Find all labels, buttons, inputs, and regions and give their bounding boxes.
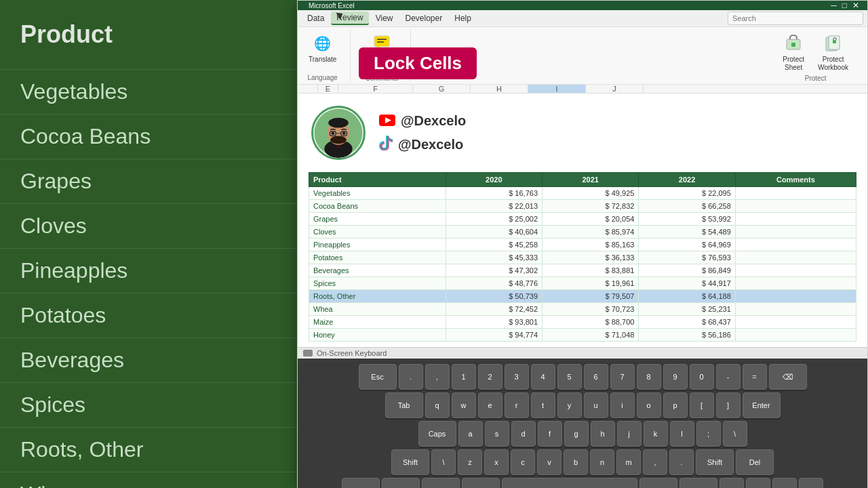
protect-sheet-button[interactable]: ProtectSheet [777,30,810,75]
cell-comments-3[interactable] [735,226,856,239]
key-h[interactable]: h [591,421,615,447]
key-w[interactable]: w [452,392,476,418]
cell-y2022-4[interactable]: $ 64,969 [639,239,735,251]
cell-product-7[interactable]: Spices [309,277,446,290]
cell-y2021-4[interactable]: $ 85,163 [542,239,639,251]
cell-comments-1[interactable] [735,200,856,213]
key-i[interactable]: i [610,392,635,418]
key-7[interactable]: 7 [610,364,635,390]
cell-y2021-2[interactable]: $ 20,054 [542,213,639,226]
key-esc[interactable]: Esc [359,364,397,390]
cell-comments-0[interactable] [735,187,856,200]
cell-product-1[interactable]: Cocoa Beans [309,200,446,213]
key-j[interactable]: j [617,421,642,447]
table-row[interactable]: Grapes$ 25,002$ 20,054$ 53,992 [309,213,856,226]
cell-y2021-0[interactable]: $ 49,925 [542,187,639,200]
cell-y2021-5[interactable]: $ 36,133 [542,251,639,264]
key-s[interactable]: s [485,421,509,447]
close-button[interactable]: ✕ [852,1,859,10]
col-header-f[interactable]: F [338,85,413,93]
table-row[interactable]: Vegetables$ 16,763$ 49,925$ 22,095 [309,187,856,200]
key-q[interactable]: q [425,392,450,418]
key-n[interactable]: n [590,449,614,475]
cell-y2020-10[interactable]: $ 93,801 [446,316,542,329]
table-row[interactable]: Honey$ 94,774$ 71,048$ 56,186 [309,329,856,342]
cell-y2020-0[interactable]: $ 16,763 [446,187,542,200]
cell-y2022-10[interactable]: $ 68,437 [639,316,735,329]
key-0[interactable]: 0 [690,364,714,390]
key-[interactable]: \ [431,449,456,475]
cell-product-6[interactable]: Beverages [309,264,446,277]
key-[interactable]: . [399,364,423,390]
table-row[interactable]: Cloves$ 40,604$ 85,974$ 54,489 [309,226,856,239]
youtube-link[interactable]: @Dexcelo [379,113,466,130]
key-f[interactable]: f [538,421,562,447]
key-a[interactable]: a [458,421,483,447]
key-fn[interactable]: Fn [342,478,380,488]
key-[interactable]: . [669,449,694,475]
cell-y2021-1[interactable]: $ 72,832 [542,200,639,213]
menu-developer[interactable]: Developer [400,12,448,24]
key-k[interactable]: k [644,421,668,447]
table-row[interactable]: Whea$ 72,452$ 70,723$ 25,231 [309,303,856,316]
cell-product-4[interactable]: Pineapples [309,239,446,251]
key-altgr[interactable]: AltGr [639,478,677,488]
key-[interactable]: , [425,364,450,390]
cell-product-8[interactable]: Roots, Other [309,290,446,303]
key-shift[interactable]: Shift [391,449,429,475]
cell-product-9[interactable]: Whea [309,303,446,316]
key-1[interactable]: 1 [452,364,476,390]
key-tab[interactable]: Tab [385,392,423,418]
tiktok-link[interactable]: @Dexcelo [379,136,466,154]
menu-view[interactable]: View [370,12,399,24]
table-row[interactable]: Potatoes$ 45,333$ 36,133$ 76,593 [309,251,856,264]
key-r[interactable]: r [505,392,529,418]
col-header-j[interactable]: J [586,85,644,93]
key-e[interactable]: e [478,392,502,418]
cell-y2022-7[interactable]: $ 44,917 [639,277,735,290]
key-b[interactable]: b [564,449,588,475]
cell-y2020-5[interactable]: $ 45,333 [446,251,542,264]
spacebar-key[interactable] [502,478,637,488]
minimize-button[interactable]: ─ [831,1,837,10]
cell-comments-7[interactable] [735,277,856,290]
cell-y2021-3[interactable]: $ 85,974 [542,226,639,239]
cell-comments-2[interactable] [735,213,856,226]
cell-y2021-9[interactable]: $ 70,723 [542,303,639,316]
cell-y2022-3[interactable]: $ 54,489 [639,226,735,239]
maximize-button[interactable]: □ [842,1,847,10]
cell-y2020-2[interactable]: $ 25,002 [446,213,542,226]
key-ctrl[interactable]: Ctrl [679,478,717,488]
new-comment-button[interactable]: NewComment [361,30,401,75]
key-[interactable]: ◀ [719,478,744,488]
cell-y2020-11[interactable]: $ 94,774 [446,329,542,342]
key-8[interactable]: 8 [637,364,661,390]
key-p[interactable]: p [663,392,688,418]
cell-product-5[interactable]: Potatoes [309,251,446,264]
menu-help[interactable]: Help [449,12,477,24]
key-l[interactable]: l [670,421,694,447]
key-del[interactable]: Del [736,449,774,475]
table-row[interactable]: Cocoa Beans$ 22,013$ 72,832$ 66,258 [309,200,856,213]
key-[interactable]: , [643,449,667,475]
table-row[interactable]: Pineapples$ 45,258$ 85,163$ 64,969 [309,239,856,251]
cell-comments-5[interactable] [735,251,856,264]
key-y[interactable]: y [557,392,582,418]
cell-product-11[interactable]: Honey [309,329,446,342]
cell-y2020-1[interactable]: $ 22,013 [446,200,542,213]
menu-data[interactable]: Data [302,12,330,24]
table-row[interactable]: Beverages$ 47,302$ 83,881$ 86,849 [309,264,856,277]
key-[interactable]: = [743,364,767,390]
cell-y2020-4[interactable]: $ 45,258 [446,239,542,251]
cell-y2022-1[interactable]: $ 66,258 [639,200,735,213]
key-c[interactable]: c [511,449,535,475]
search-input[interactable] [728,12,863,25]
cell-comments-8[interactable] [735,290,856,303]
col-header-h[interactable]: H [471,85,528,93]
key-g[interactable]: g [564,421,589,447]
cell-comments-11[interactable] [735,329,856,342]
cell-y2022-6[interactable]: $ 86,849 [639,264,735,277]
key-9[interactable]: 9 [663,364,688,390]
key-[interactable]: ▶ [772,478,797,488]
key-enter[interactable]: Enter [743,392,781,418]
